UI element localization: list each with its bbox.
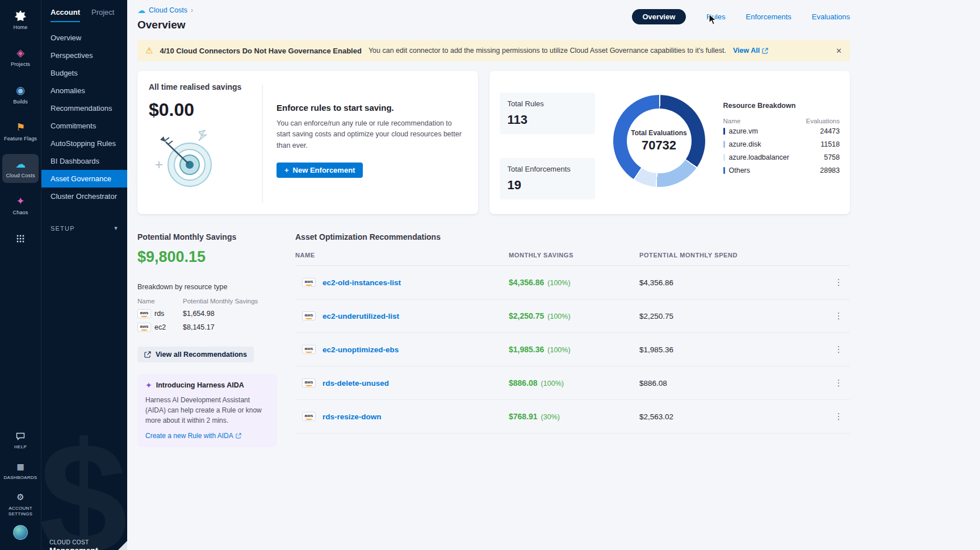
rail-item-cloud-costs[interactable]: ☁ Cloud Costs	[2, 154, 39, 183]
tab-account[interactable]: Account	[51, 8, 80, 22]
dollar-watermark: $	[41, 407, 127, 550]
tab-evaluations[interactable]: Evaluations	[812, 13, 850, 21]
banner-view-all-label: View All	[733, 47, 760, 55]
legend-name: azure.vm	[729, 127, 758, 135]
row-menu-kebab-icon[interactable]: ⋮	[827, 344, 850, 355]
sidebar-item-bi-dashboards[interactable]: BI Dashboards	[41, 152, 127, 170]
table-row: aws rds-resize-down $768.91(30%) $2,563.…	[295, 400, 850, 434]
view-all-recommendations-label: View all Recommendations	[156, 351, 247, 359]
recommendation-link[interactable]: ec2-unoptimized-ebs	[323, 345, 399, 354]
row-menu-kebab-icon[interactable]: ⋮	[827, 311, 850, 321]
sidebar-setup-toggle[interactable]: SETUP ▾	[41, 220, 127, 236]
realised-savings-label: All time realised savings	[149, 82, 262, 91]
aws-icon: aws	[137, 309, 151, 318]
cloud-costs-sidebar: Account Project Overview Perspectives Bu…	[41, 0, 127, 550]
account-settings-button[interactable]: ⚙ ACCOUNT SETTINGS	[2, 489, 39, 519]
target-illustration	[151, 130, 262, 191]
table-row: aws ec2-old-instances-list $4,356.86(100…	[295, 266, 850, 299]
new-enforcement-button[interactable]: + New Enforcement	[277, 163, 363, 178]
sidebar-item-recommendations[interactable]: Recommendations	[41, 99, 127, 117]
breakdown-row: aws rds $1,654.98	[137, 309, 277, 318]
recommendations-table: NAME MONTHLY SAVINGS POTENTIAL MONTHLY S…	[295, 252, 850, 434]
aida-create-rule-label: Create a new Rule with AIDA	[145, 432, 233, 440]
aida-create-rule-link[interactable]: Create a new Rule with AIDA	[145, 432, 241, 440]
setup-label: SETUP	[51, 225, 75, 232]
aws-icon: aws	[137, 323, 151, 332]
breadcrumb-separator: ›	[191, 6, 193, 14]
sidebar-item-budgets[interactable]: Budgets	[41, 64, 127, 82]
sidebar-collapse-handle[interactable]	[118, 541, 127, 550]
recommendation-link[interactable]: rds-resize-down	[323, 413, 382, 421]
potential-savings-title: Potential Monthly Savings	[137, 232, 277, 241]
row-savings-percent: (100%)	[547, 279, 570, 287]
donut-center-value: 70732	[642, 138, 676, 153]
sidebar-item-asset-governance[interactable]: Asset Governance	[41, 170, 127, 188]
sidebar-item-anomalies[interactable]: Anomalies	[41, 82, 127, 99]
sidebar-item-cluster-orchestrator[interactable]: Cluster Orchestrator	[41, 188, 127, 205]
user-avatar[interactable]	[13, 525, 28, 540]
total-enforcements-label: Total Enforcements	[508, 165, 587, 173]
sidebar-item-commitments[interactable]: Commitments	[41, 117, 127, 135]
flag-icon: ⚑	[16, 121, 25, 134]
breakdown-label: Breakdown by resource type	[137, 283, 277, 291]
sidebar-item-overview[interactable]: Overview	[41, 29, 127, 47]
row-savings: $4,356.86	[509, 278, 544, 287]
row-menu-kebab-icon[interactable]: ⋮	[827, 411, 850, 422]
tab-project[interactable]: Project	[91, 8, 114, 22]
rail-item-projects[interactable]: ◈ Projects	[2, 43, 39, 72]
legend-title: Resource Breakdown	[723, 102, 840, 110]
sidebar-footer-line2: Management	[49, 546, 98, 550]
tab-enforcements[interactable]: Enforcements	[746, 13, 791, 21]
row-spend: $2,563.02	[639, 413, 827, 421]
view-all-recommendations-button[interactable]: View all Recommendations	[137, 347, 254, 363]
close-icon[interactable]: ✕	[836, 47, 842, 55]
rail-label: Projects	[11, 61, 30, 68]
rail-item-feature-flags[interactable]: ⚑ Feature Flags	[2, 117, 39, 146]
module-picker-button[interactable]	[2, 228, 39, 249]
breadcrumb: ☁ Cloud Costs ›	[137, 6, 193, 15]
aws-icon: aws	[302, 412, 316, 421]
new-enforcement-label: New Enforcement	[293, 166, 355, 174]
recommendation-link[interactable]: ec2-old-instances-list	[323, 278, 401, 287]
rail-item-home[interactable]: Home	[2, 6, 39, 35]
dashboards-button[interactable]: ▦ DASHBOARDS	[2, 458, 39, 483]
row-menu-kebab-icon[interactable]: ⋮	[827, 277, 850, 288]
rail-label: Home	[14, 24, 28, 31]
sidebar-item-autostopping-rules[interactable]: AutoStopping Rules	[41, 135, 127, 152]
tab-rules[interactable]: Rules	[706, 13, 725, 21]
help-button[interactable]: HELP	[2, 427, 39, 452]
sidebar-footer: CLOUD COST Management	[49, 539, 98, 550]
aws-icon: aws	[302, 345, 316, 354]
rail-item-chaos[interactable]: ✦ Chaos	[2, 191, 39, 220]
legend-chip	[723, 167, 725, 174]
banner-message: You can edit connector to add the missin…	[368, 47, 726, 55]
plus-icon: +	[284, 166, 289, 174]
recommendation-link[interactable]: rds-delete-unused	[323, 379, 389, 388]
banner-view-all-link[interactable]: View All	[733, 47, 768, 55]
aida-intro-card: ✦ Introducing Harness AIDA Harness AI De…	[137, 374, 277, 447]
tab-overview[interactable]: Overview	[632, 9, 686, 24]
rail-item-builds[interactable]: ◉ Builds	[2, 80, 39, 109]
recommendations-header-row: NAME MONTHLY SAVINGS POTENTIAL MONTHLY S…	[295, 252, 850, 266]
recommendation-link[interactable]: ec2-underutilized-list	[323, 312, 399, 320]
row-menu-kebab-icon[interactable]: ⋮	[827, 378, 850, 388]
external-link-icon	[144, 351, 151, 358]
row-savings: $2,250.75	[509, 311, 544, 320]
sidebar-item-perspectives[interactable]: Perspectives	[41, 47, 127, 64]
breadcrumb-cloud-costs-link[interactable]: Cloud Costs	[149, 6, 187, 14]
row-savings-percent: (100%)	[541, 380, 564, 388]
chevron-down-icon: ▾	[114, 224, 118, 232]
rail-label: HELP	[14, 444, 27, 450]
legend-name: azure.disk	[729, 140, 761, 148]
row-spend: $2,250.75	[639, 312, 827, 320]
enforce-cta-body: You can enforce/run any rule or rule rec…	[277, 118, 462, 151]
dashboard-grid-icon: ▦	[16, 460, 24, 473]
total-enforcements-value: 19	[508, 178, 587, 193]
total-enforcements-tile: Total Enforcements 19	[500, 158, 595, 199]
rail-label: Chaos	[12, 210, 28, 216]
row-spend: $886.08	[639, 379, 827, 388]
donut-center-label: Total Evaluations	[631, 129, 686, 137]
breakdown-name: rds	[154, 310, 164, 318]
row-spend: $1,985.36	[639, 345, 827, 354]
asset-optimization-panel: Asset Optimization Recommendations NAME …	[295, 232, 850, 447]
